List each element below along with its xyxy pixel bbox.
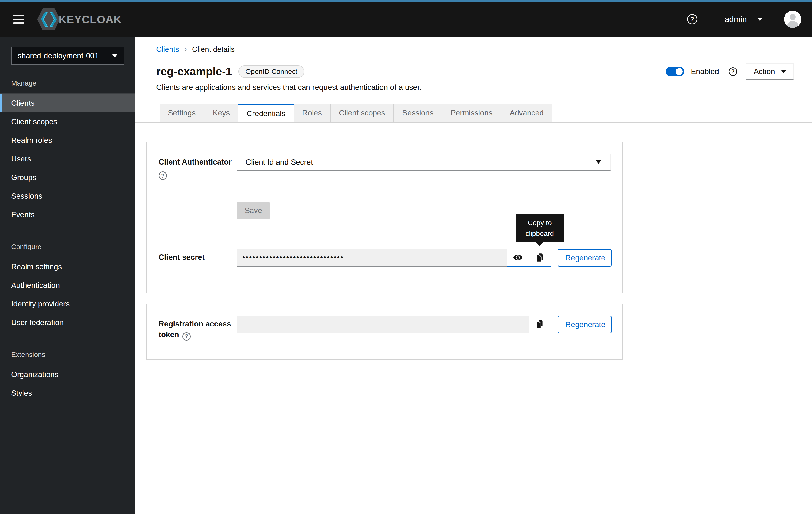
realm-selector[interactable]: shared-deployment-001	[11, 47, 124, 65]
realm-selector-wrap: shared-deployment-001	[0, 37, 135, 72]
realm-name: shared-deployment-001	[18, 51, 99, 60]
avatar	[784, 11, 801, 28]
page-description: Clients are applications and services th…	[156, 82, 794, 92]
tab-advanced[interactable]: Advanced	[501, 103, 553, 122]
label-column: Client secret	[158, 249, 237, 267]
tab-permissions[interactable]: Permissions	[442, 103, 501, 122]
tab-credentials[interactable]: Credentials	[238, 103, 294, 122]
control-column: Regenerate	[237, 316, 611, 341]
client-authenticator-row: Client Authenticator ? Client Id and Sec…	[158, 154, 611, 180]
chevron-down-icon	[596, 160, 601, 164]
copy-token-button[interactable]	[529, 316, 551, 333]
sidebar-item-groups[interactable]: Groups	[0, 168, 135, 187]
registration-token-input[interactable]	[237, 316, 529, 333]
tab-keys[interactable]: Keys	[204, 103, 238, 122]
masthead-toolbar: ? admin	[687, 11, 801, 28]
action-label: Action	[754, 67, 775, 76]
breadcrumb-link-clients[interactable]: Clients	[156, 44, 179, 54]
tab-client-scopes[interactable]: Client scopes	[331, 103, 394, 122]
hamburger-icon	[13, 15, 24, 17]
tab-roles[interactable]: Roles	[294, 103, 331, 122]
control-column: •••••••••••••••••••••••••••••• Copy to c…	[237, 249, 611, 267]
breadcrumb: Clients › Client details	[156, 44, 812, 54]
chevron-right-icon: ›	[184, 46, 187, 53]
app-body: shared-deployment-001 Manage Clients Cli…	[0, 37, 812, 514]
label-column: Client Authenticator ?	[158, 154, 237, 180]
sidebar-item-authentication[interactable]: Authentication	[0, 276, 135, 295]
registration-token-card: Registration access token?	[146, 304, 623, 360]
sidebar-item-sessions[interactable]: Sessions	[0, 187, 135, 205]
copy-tooltip: Copy to clipboard	[516, 214, 564, 242]
keycloak-logo-icon	[37, 7, 60, 31]
sidebar-item-realm-settings[interactable]: Realm settings	[0, 258, 135, 276]
page-title: reg-example-1	[156, 64, 232, 79]
avatar-person-icon	[784, 11, 801, 28]
registration-token-row: Registration access token?	[158, 316, 611, 341]
client-type-badge: OpenID Connect	[238, 65, 304, 78]
enabled-label: Enabled	[691, 67, 719, 76]
main-content: Clients › Client details reg-example-1 O…	[135, 37, 812, 514]
nav-section-configure: Configure Realm settings Authentication …	[0, 242, 135, 332]
label-column: Registration access token?	[158, 316, 237, 341]
header-controls: Enabled ? Action	[666, 63, 794, 80]
sidebar-item-events[interactable]: Events	[0, 205, 135, 224]
sidebar-nav: shared-deployment-001 Manage Clients Cli…	[0, 37, 135, 514]
client-authenticator-label: Client Authenticator	[158, 157, 237, 167]
tab-bar: Settings Keys Credentials Roles Client s…	[135, 103, 812, 123]
nav-section-title: Extensions	[0, 350, 135, 359]
title-group: reg-example-1 OpenID Connect	[156, 64, 304, 79]
nav-section-title: Configure	[0, 242, 135, 251]
help-icon[interactable]: ?	[158, 172, 167, 180]
client-authenticator-value: Client Id and Secret	[245, 158, 313, 167]
tab-settings[interactable]: Settings	[160, 103, 204, 122]
breadcrumb-current: Client details	[192, 44, 235, 54]
nav-toggle-button[interactable]	[13, 13, 25, 25]
keycloak-logo: KEYCLOAK	[37, 7, 122, 31]
save-button[interactable]: Save	[237, 202, 270, 219]
help-icon[interactable]: ?	[729, 67, 737, 76]
copy-button-anchor: Copy to clipboard	[529, 249, 551, 267]
copy-icon	[535, 252, 545, 262]
action-dropdown[interactable]: Action	[746, 63, 794, 80]
nav-section-title: Manage	[0, 79, 135, 88]
sidebar-item-user-federation[interactable]: User federation	[0, 313, 135, 332]
nav-section-manage: Manage Clients Client scopes Realm roles…	[0, 79, 135, 224]
nav-section-extensions: Extensions Organizations Styles	[0, 350, 135, 402]
tab-sessions[interactable]: Sessions	[394, 103, 442, 122]
masthead: KEYCLOAK ? admin	[0, 2, 812, 37]
client-secret-input[interactable]: ••••••••••••••••••••••••••••••	[237, 249, 507, 267]
registration-token-label: Registration access token?	[158, 319, 237, 341]
client-secret-row: Client secret ••••••••••••••••••••••••••…	[147, 231, 622, 293]
brand-text: KEYCLOAK	[59, 13, 122, 26]
sidebar-item-organizations[interactable]: Organizations	[0, 365, 135, 384]
chevron-down-icon	[781, 70, 786, 73]
sidebar-item-client-scopes[interactable]: Client scopes	[0, 113, 135, 131]
regenerate-secret-button[interactable]: Regenerate	[558, 249, 612, 267]
keycloak-admin-console: KEYCLOAK ? admin shared-deployment-001	[0, 0, 812, 514]
chevron-down-icon	[757, 18, 763, 21]
help-icon[interactable]: ?	[182, 332, 191, 341]
chevron-down-icon	[112, 54, 118, 57]
user-name: admin	[725, 14, 747, 24]
regenerate-token-button[interactable]: Regenerate	[558, 316, 612, 333]
page-header: reg-example-1 OpenID Connect Enabled ? A…	[156, 63, 794, 80]
client-authenticator-select[interactable]: Client Id and Secret	[237, 154, 611, 171]
toggle-knob	[676, 68, 683, 75]
registration-token-input-group	[237, 316, 551, 341]
credentials-card: Client Authenticator ? Client Id and Sec…	[146, 142, 623, 293]
eye-icon	[513, 252, 523, 263]
copy-icon	[535, 319, 545, 329]
enabled-toggle[interactable]	[666, 67, 684, 77]
help-icon[interactable]: ?	[687, 14, 697, 24]
copy-secret-button[interactable]	[529, 249, 551, 267]
sidebar-item-identity-providers[interactable]: Identity providers	[0, 295, 135, 313]
control-column: Client Id and Secret	[237, 154, 611, 180]
sidebar-item-clients[interactable]: Clients	[0, 94, 135, 113]
client-secret-label: Client secret	[158, 252, 237, 263]
sidebar-item-realm-roles[interactable]: Realm roles	[0, 131, 135, 150]
sidebar-item-users[interactable]: Users	[0, 150, 135, 168]
user-menu-dropdown[interactable]: admin	[725, 14, 763, 24]
client-secret-input-group: •••••••••••••••••••••••••••••• Copy to c…	[237, 249, 551, 267]
sidebar-item-styles[interactable]: Styles	[0, 384, 135, 402]
show-secret-button[interactable]	[507, 249, 529, 267]
